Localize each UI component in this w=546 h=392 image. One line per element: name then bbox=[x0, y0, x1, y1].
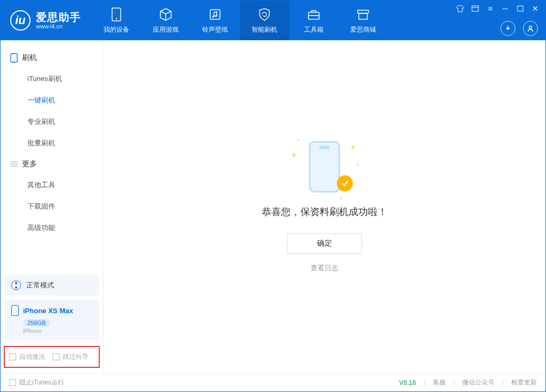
tab-apps-games[interactable]: 应用游戏 bbox=[141, 1, 190, 40]
success-illustration: ✦ ✦ • bbox=[300, 141, 349, 189]
sparkle-icon: • bbox=[357, 160, 359, 169]
menu-icon[interactable]: ≡ bbox=[485, 4, 495, 13]
nav-tabs: 我的设备 应用游戏 铃声壁纸 智能刷机 工具箱 爱思商城 bbox=[92, 1, 388, 40]
confirm-button[interactable]: 确定 bbox=[287, 233, 362, 254]
checkbox-icon bbox=[53, 353, 60, 360]
app-title: 爱思助手 bbox=[36, 11, 81, 23]
sidebar-item-advanced[interactable]: 高级功能 bbox=[1, 217, 103, 239]
tab-my-device[interactable]: 我的设备 bbox=[92, 1, 141, 40]
check-badge-icon bbox=[337, 175, 353, 191]
svg-point-1 bbox=[116, 18, 117, 19]
device-storage: 256GB bbox=[23, 319, 50, 327]
toolbox-icon bbox=[306, 7, 321, 22]
window-menu-icon[interactable] bbox=[470, 4, 480, 13]
shield-refresh-icon bbox=[257, 7, 272, 22]
tab-label: 我的设备 bbox=[104, 25, 129, 34]
checkbox-label: 跳过向导 bbox=[63, 352, 88, 361]
device-small-icon bbox=[10, 53, 18, 63]
svg-rect-9 bbox=[518, 6, 523, 11]
success-message: 恭喜您，保资料刷机成功啦！ bbox=[262, 205, 387, 218]
checkbox-auto-activate[interactable]: 自动激活 bbox=[9, 352, 45, 361]
sidebar-item-itunes-flash[interactable]: iTunes刷机 bbox=[1, 68, 103, 90]
svg-rect-6 bbox=[359, 13, 367, 19]
normal-mode-icon bbox=[11, 280, 21, 290]
app-window: iu 爱思助手 www.i4.cn 我的设备 应用游戏 铃声壁纸 智能刷机 工具… bbox=[0, 0, 546, 392]
header: iu 爱思助手 www.i4.cn 我的设备 应用游戏 铃声壁纸 智能刷机 工具… bbox=[1, 1, 545, 40]
mode-status[interactable]: 正常模式 bbox=[5, 275, 99, 295]
list-icon bbox=[10, 161, 18, 167]
device-icon bbox=[109, 7, 124, 22]
minimize-icon[interactable]: ─ bbox=[500, 4, 510, 13]
sparkle-icon: ✦ bbox=[350, 143, 356, 152]
download-button[interactable] bbox=[500, 21, 515, 36]
checkbox-skip-wizard[interactable]: 跳过向导 bbox=[53, 352, 88, 361]
view-log-link[interactable]: 查看日志 bbox=[311, 263, 338, 273]
tab-smart-flash[interactable]: 智能刷机 bbox=[240, 1, 289, 40]
sidebar-item-download-firmware[interactable]: 下载固件 bbox=[1, 196, 103, 217]
sidebar-item-other-tools[interactable]: 其他工具 bbox=[1, 174, 103, 196]
music-icon bbox=[208, 7, 223, 22]
logo: iu 爱思助手 www.i4.cn bbox=[1, 10, 92, 31]
cube-icon bbox=[158, 7, 173, 22]
tab-ringtones-wallpapers[interactable]: 铃声壁纸 bbox=[190, 1, 240, 40]
mode-label: 正常模式 bbox=[26, 280, 54, 290]
link-wechat[interactable]: 微信公众号 bbox=[462, 378, 495, 387]
sidebar-item-oneclick-flash[interactable]: 一键刷机 bbox=[1, 90, 103, 111]
tab-label: 工具箱 bbox=[304, 25, 323, 34]
tab-store[interactable]: 爱思商城 bbox=[338, 1, 388, 40]
device-info[interactable]: iPhone XS Max 256GB iPhone bbox=[5, 300, 99, 339]
phone-icon bbox=[11, 305, 19, 316]
link-support[interactable]: 客服 bbox=[433, 378, 446, 387]
link-check-update[interactable]: 检查更新 bbox=[511, 378, 537, 387]
tab-label: 应用游戏 bbox=[153, 25, 179, 34]
sidebar-group-flash: 刷机 bbox=[1, 48, 103, 68]
group-label: 刷机 bbox=[22, 53, 37, 63]
sparkle-icon: ✦ bbox=[291, 151, 297, 159]
svg-point-10 bbox=[529, 26, 532, 29]
footer: 阻止iTunes运行 V8.16 | 客服 | 微信公众号 | 检查更新 bbox=[1, 373, 545, 391]
maximize-icon[interactable] bbox=[515, 4, 525, 13]
tab-label: 铃声壁纸 bbox=[202, 25, 228, 34]
tab-label: 爱思商城 bbox=[350, 25, 376, 34]
highlighted-options: 自动激活 跳过向导 bbox=[4, 346, 100, 368]
device-name: iPhone XS Max bbox=[23, 307, 73, 315]
user-button[interactable] bbox=[523, 21, 538, 36]
checkbox-icon bbox=[9, 353, 16, 360]
svg-point-3 bbox=[212, 16, 215, 18]
device-type: iPhone bbox=[23, 328, 92, 334]
checkbox-block-itunes[interactable]: 阻止iTunes运行 bbox=[9, 378, 64, 387]
svg-rect-2 bbox=[210, 10, 220, 19]
tshirt-icon[interactable] bbox=[455, 4, 465, 13]
tab-toolbox[interactable]: 工具箱 bbox=[289, 1, 338, 40]
main-content: ✦ ✦ • 恭喜您，保资料刷机成功啦！ 确定 查看日志 bbox=[104, 40, 545, 373]
svg-point-4 bbox=[215, 15, 217, 17]
svg-point-12 bbox=[13, 60, 14, 61]
sidebar-item-pro-flash[interactable]: 专业刷机 bbox=[1, 111, 103, 132]
sidebar: 刷机 iTunes刷机 一键刷机 专业刷机 批量刷机 更多 其他工具 下载固件 … bbox=[1, 40, 104, 373]
svg-rect-7 bbox=[472, 6, 478, 11]
version-label: V8.16 bbox=[399, 379, 416, 387]
window-controls: ≡ ─ ✕ bbox=[455, 4, 540, 13]
store-icon bbox=[356, 7, 371, 22]
checkbox-label: 自动激活 bbox=[19, 352, 45, 361]
group-label: 更多 bbox=[22, 159, 37, 169]
body: 刷机 iTunes刷机 一键刷机 专业刷机 批量刷机 更多 其他工具 下载固件 … bbox=[1, 40, 545, 373]
checkbox-label: 阻止iTunes运行 bbox=[19, 378, 64, 387]
logo-icon: iu bbox=[10, 10, 31, 31]
checkbox-icon bbox=[9, 379, 16, 386]
sidebar-item-batch-flash[interactable]: 批量刷机 bbox=[1, 132, 103, 154]
close-icon[interactable]: ✕ bbox=[530, 4, 540, 13]
tab-label: 智能刷机 bbox=[252, 25, 277, 34]
app-subtitle: www.i4.cn bbox=[36, 23, 81, 29]
sidebar-group-more: 更多 bbox=[1, 154, 103, 174]
